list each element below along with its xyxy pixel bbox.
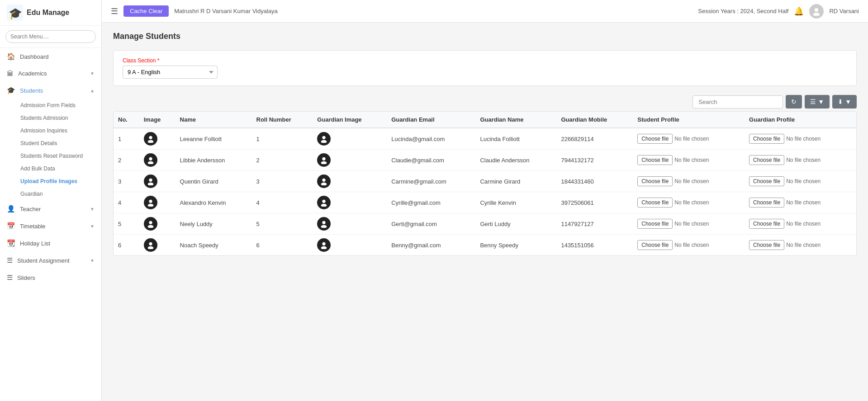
sidebar-item-teacher[interactable]: 👤 Teacher ▼: [0, 200, 101, 217]
list-view-button[interactable]: ☰ ▼: [805, 95, 830, 109]
table-search-input[interactable]: [693, 95, 783, 109]
hamburger-icon[interactable]: ☰: [111, 6, 118, 16]
student-profile-choose-file-button[interactable]: Choose file: [637, 240, 673, 250]
cell-guardian-email: Lucinda@gmail.com: [387, 128, 475, 150]
student-profile-choose-file-button[interactable]: Choose file: [637, 155, 673, 165]
student-profile-choose-file-button[interactable]: Choose file: [637, 198, 673, 208]
app-title: Edu Manage: [27, 9, 69, 17]
cell-guardian-name: Cyrille Kenvin: [475, 192, 556, 213]
cell-guardian-email: Gerti@gmail.com: [387, 213, 475, 235]
students-table-wrapper: No. Image Name Roll Number Guardian Imag…: [113, 111, 857, 256]
notification-icon[interactable]: 🔔: [794, 6, 804, 16]
sidebar-item-students[interactable]: 🎓 Students ▲: [0, 82, 101, 99]
guardian-profile-choose-file-button[interactable]: Choose file: [749, 176, 784, 186]
student-profile-choose-file-button[interactable]: Choose file: [637, 219, 673, 229]
cell-roll-number: 1: [252, 128, 313, 150]
cell-guardian-profile: Choose file No file chosen: [745, 213, 856, 235]
cell-guardian-name: Gerti Luddy: [475, 213, 556, 235]
assignment-chevron-icon: ▼: [90, 258, 95, 263]
chevron-up-icon: ▲: [90, 88, 95, 93]
students-table: No. Image Name Roll Number Guardian Imag…: [114, 112, 856, 255]
col-guardian-name: Guardian Name: [475, 112, 556, 128]
sidebar-item-add-bulk-data[interactable]: Add Bulk Data: [0, 162, 101, 175]
sidebar-item-student-assignment[interactable]: ☰ Student Assignment ▼: [0, 252, 101, 269]
cell-guardian-profile: Choose file No file chosen: [745, 192, 856, 213]
sidebar-item-sliders[interactable]: ☰ Sliders: [0, 269, 101, 286]
sidebar-item-timetable[interactable]: 📅 Timetable ▼: [0, 217, 101, 235]
student-avatar: [144, 132, 157, 146]
main-area: ☰ Cache Clear Matrushri R D Varsani Kuma…: [102, 0, 868, 401]
topbar: ☰ Cache Clear Matrushri R D Varsani Kuma…: [102, 0, 868, 23]
col-guardian-profile: Guardian Profile: [745, 112, 856, 128]
guardian-profile-choose-file-button[interactable]: Choose file: [749, 240, 784, 250]
sidebar-item-holiday-list[interactable]: 📆 Holiday List: [0, 235, 101, 252]
class-section-select[interactable]: 9 A - English: [123, 66, 218, 79]
student-avatar: [317, 175, 331, 188]
svg-point-4: [149, 136, 152, 139]
sidebar-item-admission-inquiries[interactable]: Admission Inquiries: [0, 124, 101, 137]
student-profile-file-wrapper: Choose file No file chosen: [637, 198, 740, 208]
sidebar-item-students-admission[interactable]: Students Admission: [0, 112, 101, 124]
cell-image: [139, 128, 175, 150]
col-guardian-image: Guardian Image: [313, 112, 387, 128]
sidebar-search-input[interactable]: [5, 30, 96, 43]
col-guardian-mobile: Guardian Mobile: [556, 112, 633, 128]
guardian-profile-no-file: No file chosen: [786, 199, 821, 206]
student-avatar: [144, 217, 157, 231]
cell-student-profile: Choose file No file chosen: [633, 192, 745, 213]
sidebar-item-upload-profile-images[interactable]: Upload Profile Images: [0, 175, 101, 188]
cell-guardian-image: [313, 150, 387, 171]
cache-clear-button[interactable]: Cache Clear: [123, 5, 169, 17]
student-profile-choose-file-button[interactable]: Choose file: [637, 134, 673, 144]
topbar-left: ☰ Cache Clear Matrushri R D Varsani Kuma…: [111, 5, 278, 17]
avatar: [809, 4, 824, 19]
sidebar-item-students-reset-password[interactable]: Students Reset Password: [0, 150, 101, 162]
guardian-profile-choose-file-button[interactable]: Choose file: [749, 198, 784, 208]
download-button[interactable]: ⬇ ▼: [832, 95, 857, 109]
table-row: 3 Quentin Girard 3 Carmine@gmail.com Car…: [114, 171, 856, 192]
guardian-profile-choose-file-button[interactable]: Choose file: [749, 219, 784, 229]
students-icon: 🎓: [7, 86, 15, 94]
cell-guardian-mobile: 1147927127: [556, 213, 633, 235]
class-section-label: Class Section *: [123, 57, 218, 64]
svg-point-20: [149, 221, 152, 224]
sidebar-item-guardian[interactable]: Guardian: [0, 188, 101, 200]
sidebar-item-admission-form-fields[interactable]: Admission Form Fields: [0, 99, 101, 112]
cell-guardian-profile: Choose file No file chosen: [745, 235, 856, 256]
sidebar-item-student-details[interactable]: Student Details: [0, 137, 101, 150]
cell-image: [139, 192, 175, 213]
guardian-profile-choose-file-button[interactable]: Choose file: [749, 155, 784, 165]
student-profile-choose-file-button[interactable]: Choose file: [637, 176, 673, 186]
sidebar: 🎓 Edu Manage 🏠 Dashboard 🏛 Academics ▼ 🎓…: [0, 0, 102, 401]
cell-no: 2: [114, 150, 139, 171]
refresh-button[interactable]: ↻: [786, 95, 802, 109]
student-profile-no-file: No file chosen: [674, 242, 709, 248]
guardian-profile-choose-file-button[interactable]: Choose file: [749, 134, 784, 144]
col-no: No.: [114, 112, 139, 128]
chevron-down-icon: ▼: [90, 71, 95, 76]
student-avatar: [317, 132, 331, 146]
cell-guardian-image: [313, 213, 387, 235]
cell-guardian-profile: Choose file No file chosen: [745, 171, 856, 192]
table-row: 4 Alexandro Kenvin 4 Cyrille@gmail.com C…: [114, 192, 856, 213]
cell-no: 6: [114, 235, 139, 256]
class-section-group: Class Section * 9 A - English: [123, 57, 218, 79]
cell-guardian-name: Carmine Girard: [475, 171, 556, 192]
sidebar-item-dashboard[interactable]: 🏠 Dashboard: [0, 48, 101, 65]
cell-guardian-mobile: 1435151056: [556, 235, 633, 256]
student-profile-file-wrapper: Choose file No file chosen: [637, 219, 740, 229]
svg-point-17: [147, 204, 153, 207]
svg-point-25: [147, 246, 153, 249]
cell-guardian-profile: Choose file No file chosen: [745, 150, 856, 171]
sidebar-item-academics[interactable]: 🏛 Academics ▼: [0, 65, 101, 82]
content-area: Manage Students Class Section * 9 A - En…: [102, 23, 868, 401]
cell-guardian-name: Benny Speedy: [475, 235, 556, 256]
logo: 🎓 Edu Manage: [0, 0, 101, 26]
cell-roll-number: 5: [252, 213, 313, 235]
user-name: RD Varsani: [829, 8, 859, 14]
svg-point-15: [321, 183, 327, 185]
table-row: 5 Neely Luddy 5 Gerti@gmail.com Gerti Lu…: [114, 213, 856, 235]
cell-student-profile: Choose file No file chosen: [633, 128, 745, 150]
svg-point-21: [147, 225, 153, 228]
cell-guardian-mobile: 1844331460: [556, 171, 633, 192]
